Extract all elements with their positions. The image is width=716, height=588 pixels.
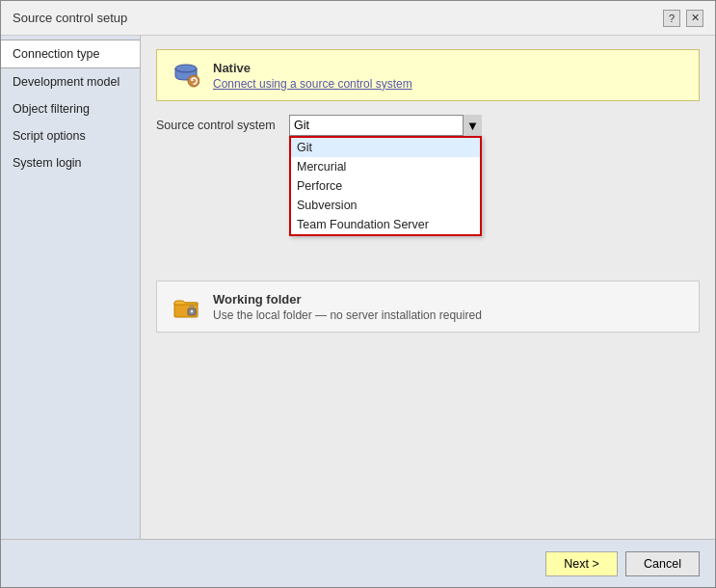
sidebar-item-object-filtering[interactable]: Object filtering xyxy=(1,95,140,122)
native-section: Native Connect using a source control sy… xyxy=(156,49,700,101)
working-folder-title: Working folder xyxy=(213,292,482,307)
help-button[interactable]: ? xyxy=(663,10,680,27)
native-subtitle-link[interactable]: Connect using a source control system xyxy=(213,77,412,91)
dialog-body: Connection type Development model Object… xyxy=(1,36,715,539)
dialog: Source control setup ? ✕ Connection type… xyxy=(0,0,716,588)
native-section-text: Native Connect using a source control sy… xyxy=(213,61,412,91)
close-button[interactable]: ✕ xyxy=(686,10,703,27)
working-folder-section: Working folder Use the local folder — no… xyxy=(156,281,700,333)
dialog-footer: Next > Cancel xyxy=(1,539,715,587)
title-bar-buttons: ? ✕ xyxy=(663,10,703,27)
sidebar-item-system-login[interactable]: System login xyxy=(1,149,140,176)
working-folder-subtitle: Use the local folder — no server install… xyxy=(213,308,482,322)
dropdown-menu: Git Mercurial Perforce Subversion Team F xyxy=(289,136,482,236)
sidebar-item-connection-type[interactable]: Connection type xyxy=(1,40,140,68)
dropdown-item-git[interactable]: Git xyxy=(291,138,480,157)
title-bar: Source control setup ? ✕ xyxy=(1,1,715,36)
folder-svg xyxy=(172,293,199,320)
main-content: Native Connect using a source control sy… xyxy=(141,36,715,539)
dialog-title: Source control setup xyxy=(13,11,127,25)
svg-point-5 xyxy=(191,310,193,312)
source-control-field-row: Source control system Git ▼ Git Me xyxy=(156,115,700,136)
source-control-label: Source control system xyxy=(156,119,281,132)
dropdown-item-mercurial[interactable]: Mercurial xyxy=(291,157,480,176)
source-control-select[interactable]: Git xyxy=(289,115,482,136)
cancel-button[interactable]: Cancel xyxy=(625,551,700,576)
native-title: Native xyxy=(213,61,412,75)
sidebar: Connection type Development model Object… xyxy=(1,36,141,539)
working-folder-text: Working folder Use the local folder — no… xyxy=(213,292,482,322)
db-svg xyxy=(172,62,199,89)
source-control-select-wrapper: Git ▼ Git Mercurial Perfor xyxy=(289,115,482,136)
sidebar-item-development-model[interactable]: Development model xyxy=(1,68,140,95)
sidebar-item-script-options[interactable]: Script options xyxy=(1,122,140,149)
dropdown-item-tfs[interactable]: Team Foundation Server xyxy=(291,215,480,234)
folder-icon xyxy=(171,291,201,322)
next-button[interactable]: Next > xyxy=(545,551,618,576)
database-icon xyxy=(171,60,201,91)
dropdown-item-perforce[interactable]: Perforce xyxy=(291,176,480,196)
dropdown-item-subversion[interactable]: Subversion xyxy=(291,196,480,215)
